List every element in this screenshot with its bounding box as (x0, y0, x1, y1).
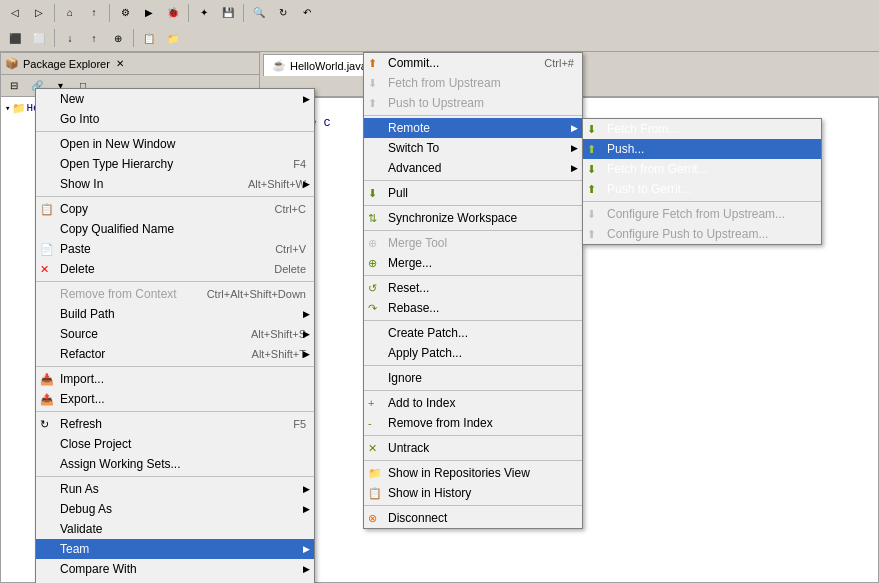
show-repos-label: Show in Repositories View (388, 466, 530, 480)
menu-item-open-new-window[interactable]: Open in New Window (36, 134, 314, 154)
rebase-icon: ↷ (368, 302, 377, 315)
menu-item-validate[interactable]: Validate (36, 519, 314, 539)
team-menu-sync[interactable]: ⇅ Synchronize Workspace (364, 208, 582, 228)
team-menu-disconnect[interactable]: ⊗ Disconnect (364, 508, 582, 528)
disconnect-label: Disconnect (388, 511, 447, 525)
toolbar-row-2: ⬛ ⬜ ↓ ↑ ⊕ 📋 📁 (0, 26, 879, 52)
sep6 (133, 29, 134, 47)
separator4 (36, 366, 314, 367)
up-button[interactable]: ↑ (83, 3, 105, 23)
menu-item-team[interactable]: Team ▶ (36, 539, 314, 559)
panel-close-button[interactable]: ✕ (116, 58, 124, 69)
team-menu-merge[interactable]: ⊕ Merge... (364, 253, 582, 273)
team-menu-rebase[interactable]: ↷ Rebase... (364, 298, 582, 318)
menu-item-refactor[interactable]: Refactor Alt+Shift+T ▶ (36, 344, 314, 364)
remove-context-label: Remove from Context (60, 287, 177, 301)
menu-item-debug-as[interactable]: Debug As ▶ (36, 499, 314, 519)
disconnect-button[interactable]: ⬜ (28, 28, 50, 48)
arrow-team: ▶ (303, 544, 310, 554)
fetch-upstream-icon: ⬇ (368, 77, 377, 90)
search-button[interactable]: 🔍 (248, 3, 270, 23)
remote-fetch-from[interactable]: ⬇ Fetch From... (583, 119, 821, 139)
home-button[interactable]: ⌂ (59, 3, 81, 23)
push-gerrit-icon: ⬆ (587, 183, 596, 196)
arrow-remote: ▶ (571, 123, 578, 133)
remote-fetch-gerrit[interactable]: ⬇ Fetch from Gerrit... (583, 159, 821, 179)
ref-button[interactable]: ↻ (272, 3, 294, 23)
new-button[interactable]: ✦ (193, 3, 215, 23)
save-button[interactable]: 💾 (217, 3, 239, 23)
disconnect-icon: ⊗ (368, 512, 377, 525)
menu-item-paste[interactable]: 📄 Paste Ctrl+V (36, 239, 314, 259)
run-button[interactable]: ▶ (138, 3, 160, 23)
team-menu-commit[interactable]: ⬆ Commit... Ctrl+# (364, 53, 582, 73)
menu-item-copy[interactable]: 📋 Copy Ctrl+C (36, 199, 314, 219)
menu-item-close-project[interactable]: Close Project (36, 434, 314, 454)
history-button[interactable]: 📋 (138, 28, 160, 48)
undo-button[interactable]: ↶ (296, 3, 318, 23)
assign-working-label: Assign Working Sets... (60, 457, 181, 471)
menu-item-source[interactable]: Source Alt+Shift+S ▶ (36, 324, 314, 344)
separator2 (109, 4, 110, 22)
connect-button[interactable]: ⬛ (4, 28, 26, 48)
arrow-build: ▶ (303, 309, 310, 319)
merge-button[interactable]: ⊕ (107, 28, 129, 48)
show-repos-icon: 📁 (368, 467, 382, 480)
fetch-from-label: Fetch From... (607, 122, 678, 136)
menu-item-copy-qualified[interactable]: Copy Qualified Name (36, 219, 314, 239)
arrow-run: ▶ (303, 484, 310, 494)
push-icon-button[interactable]: ↑ (83, 28, 105, 48)
fetch-upstream-label: Fetch from Upstream (388, 76, 501, 90)
team-menu-remote[interactable]: Remote ▶ ⬇ Fetch From... ⬆ Push... ⬇ Fet… (364, 118, 582, 138)
repos-button[interactable]: 📁 (162, 28, 184, 48)
fetch-button[interactable]: ↓ (59, 28, 81, 48)
sep-team7 (364, 365, 582, 366)
menu-item-open-type-hierarchy[interactable]: Open Type Hierarchy F4 (36, 154, 314, 174)
menu-item-replace-with[interactable]: Replace With ▶ (36, 579, 314, 583)
gear-button[interactable]: ⚙ (114, 3, 136, 23)
team-menu-show-history[interactable]: 📋 Show in History (364, 483, 582, 503)
merge-icon: ⊕ (368, 257, 377, 270)
team-menu-advanced[interactable]: Advanced ▶ (364, 158, 582, 178)
menu-item-compare-with[interactable]: Compare With ▶ (36, 559, 314, 579)
export-label: Export... (60, 392, 105, 406)
team-menu-remove-index[interactable]: - Remove from Index (364, 413, 582, 433)
team-menu-show-repos[interactable]: 📁 Show in Repositories View (364, 463, 582, 483)
menu-item-new[interactable]: New ▶ (36, 89, 314, 109)
sep5 (54, 29, 55, 47)
menu-item-import[interactable]: 📥 Import... (36, 369, 314, 389)
remote-push-gerrit[interactable]: ⬆ Push to Gerrit... (583, 179, 821, 199)
menu-item-refresh[interactable]: ↻ Refresh F5 (36, 414, 314, 434)
team-menu-reset[interactable]: ↺ Reset... (364, 278, 582, 298)
menu-item-show-in[interactable]: Show In Alt+Shift+W ▶ (36, 174, 314, 194)
debug-button[interactable]: 🐞 (162, 3, 184, 23)
team-menu-pull[interactable]: ⬇ Pull (364, 183, 582, 203)
team-menu-apply-patch[interactable]: Apply Patch... (364, 343, 582, 363)
new-label: New (60, 92, 84, 106)
commit-label: Commit... (388, 56, 439, 70)
separator3 (188, 4, 189, 22)
config-fetch-icon: ⬇ (587, 208, 596, 221)
shortcut-paste: Ctrl+V (255, 243, 306, 255)
menu-item-export[interactable]: 📤 Export... (36, 389, 314, 409)
menu-item-run-as[interactable]: Run As ▶ (36, 479, 314, 499)
back-button[interactable]: ◁ (4, 3, 26, 23)
arrow-compare: ▶ (303, 564, 310, 574)
separator2 (36, 196, 314, 197)
remote-label: Remote (388, 121, 430, 135)
team-menu-add-index[interactable]: + Add to Index (364, 393, 582, 413)
sep-team2 (364, 180, 582, 181)
team-menu-ignore[interactable]: Ignore (364, 368, 582, 388)
collapse-all-button[interactable]: ⊟ (3, 76, 25, 96)
menu-item-delete[interactable]: ✕ Delete Delete (36, 259, 314, 279)
team-menu-switch-to[interactable]: Switch To ▶ (364, 138, 582, 158)
menu-item-assign-working[interactable]: Assign Working Sets... (36, 454, 314, 474)
team-menu-untrack[interactable]: ✕ Untrack (364, 438, 582, 458)
menu-item-build-path[interactable]: Build Path ▶ (36, 304, 314, 324)
menu-item-go-into[interactable]: Go Into (36, 109, 314, 129)
advanced-label: Advanced (388, 161, 441, 175)
team-menu-create-patch[interactable]: Create Patch... (364, 323, 582, 343)
remote-push[interactable]: ⬆ Push... (583, 139, 821, 159)
forward-button[interactable]: ▷ (28, 3, 50, 23)
shortcut-show-in: Alt+Shift+W (228, 178, 306, 190)
